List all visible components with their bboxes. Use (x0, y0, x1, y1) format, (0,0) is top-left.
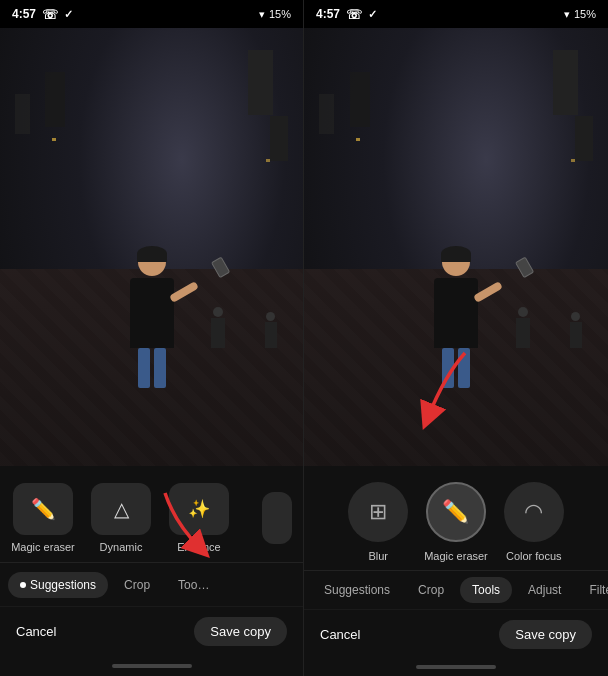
tool-partial[interactable] (242, 492, 303, 544)
left-save-button[interactable]: Save copy (194, 617, 287, 646)
left-phone-panel: 4:57 ☏ ✓ ▾ 15% (0, 0, 304, 676)
r-bg-person-1 (514, 307, 532, 357)
right-tools-scroll: ⊞ Blur ✏️ Magic eraser ◠ Color focus (304, 466, 608, 570)
left-time: 4:57 (12, 7, 36, 21)
r-light-2 (571, 159, 575, 162)
r-building-3 (553, 50, 578, 115)
r-building-2 (350, 72, 370, 127)
magic-eraser-label-right: Magic eraser (424, 550, 488, 562)
light-1 (52, 138, 56, 141)
building-3 (248, 50, 273, 115)
right-wifi-icon: ▾ (564, 8, 570, 21)
right-bottom-bar: Cancel Save copy (304, 609, 608, 659)
right-whatsapp-icon: ☏ (346, 7, 362, 22)
partial-icon-box (262, 492, 292, 544)
left-wifi-icon: ▾ (259, 8, 265, 21)
left-photo-scene (0, 28, 303, 466)
r-bg-body-2 (570, 322, 582, 348)
tab-tools-right[interactable]: Tools (460, 577, 512, 603)
r-bg-body-1 (516, 318, 530, 348)
r-right-leg (458, 348, 470, 388)
r-light-1 (356, 138, 360, 141)
right-home-bar (416, 665, 496, 669)
tool-magic-eraser-right[interactable]: ✏️ Magic eraser (424, 482, 488, 562)
right-photo-scene (304, 28, 608, 466)
left-status-right: ▾ 15% (259, 8, 291, 21)
tab-tools-partial-left[interactable]: Too… (166, 572, 221, 598)
dynamic-icon: △ (114, 497, 129, 521)
color-focus-icon-circle: ◠ (504, 482, 564, 542)
left-photo-area (0, 28, 303, 466)
right-status-right: ▾ 15% (564, 8, 596, 21)
tab-suggestions-left[interactable]: Suggestions (8, 572, 108, 598)
tool-color-focus[interactable]: ◠ Color focus (504, 482, 564, 562)
magic-eraser-icon: ✏️ (31, 497, 56, 521)
tools-partial-label-left: Too… (178, 578, 209, 592)
bg-body-2 (265, 322, 277, 348)
blur-icon: ⊞ (369, 499, 387, 525)
adjust-label-right: Adjust (528, 583, 561, 597)
tab-crop-left[interactable]: Crop (112, 572, 162, 598)
tool-magic-eraser[interactable]: ✏️ Magic eraser (8, 483, 78, 553)
bg-person-2 (263, 312, 279, 357)
bg-head-2 (266, 312, 275, 321)
person-head (138, 248, 166, 276)
r-bg-head-1 (518, 307, 528, 317)
person-hair (137, 246, 167, 262)
tool-blur[interactable]: ⊞ Blur (348, 482, 408, 562)
left-status-left: 4:57 ☏ ✓ (12, 7, 73, 22)
right-person-body (434, 278, 478, 348)
tools-label-right: Tools (472, 583, 500, 597)
magic-eraser-icon-circle: ✏️ (426, 482, 486, 542)
crop-label-left: Crop (124, 578, 150, 592)
right-phone-panel: 4:57 ☏ ✓ ▾ 15% (304, 0, 608, 676)
right-person-head (442, 248, 470, 276)
right-save-button[interactable]: Save copy (499, 620, 592, 649)
left-whatsapp-icon: ☏ (42, 7, 58, 22)
magic-eraser-label: Magic eraser (11, 541, 75, 553)
tab-adjust-right[interactable]: Adjust (516, 577, 573, 603)
building-1 (15, 94, 30, 134)
suggestions-label-left: Suggestions (30, 578, 96, 592)
tab-suggestions-right[interactable]: Suggestions (312, 577, 402, 603)
left-cancel-button[interactable]: Cancel (16, 624, 56, 639)
right-battery-icon: 15% (574, 8, 596, 20)
right-tools-area: ⊞ Blur ✏️ Magic eraser ◠ Color focus (304, 466, 608, 676)
right-time: 4:57 (316, 7, 340, 21)
r-bg-person-2 (568, 312, 584, 357)
tool-dynamic[interactable]: △ Dynamic (86, 483, 156, 553)
left-tools-area: ✏️ Magic eraser △ Dynamic ✨ Enhance (0, 466, 303, 676)
blur-label: Blur (368, 550, 388, 562)
enhance-icon: ✨ (188, 498, 210, 520)
tool-enhance[interactable]: ✨ Enhance (164, 483, 234, 553)
left-bottom-bar: Cancel Save copy (0, 606, 303, 656)
magic-eraser-icon-right: ✏️ (442, 499, 469, 525)
magic-eraser-icon-box: ✏️ (13, 483, 73, 535)
person-figure (117, 248, 187, 378)
blur-icon-circle: ⊞ (348, 482, 408, 542)
person-body (130, 278, 174, 348)
bg-head-1 (213, 307, 223, 317)
right-status-left: 4:57 ☏ ✓ (316, 7, 377, 22)
right-cancel-button[interactable]: Cancel (320, 627, 360, 642)
filters-label-right: Filters (589, 583, 608, 597)
right-person-figure (421, 248, 491, 378)
bg-body-1 (211, 318, 225, 348)
suggestions-dot (20, 582, 26, 588)
right-photo-area (304, 28, 608, 466)
left-check-icon: ✓ (64, 8, 73, 21)
right-leg (154, 348, 166, 388)
enhance-icon-box: ✨ (169, 483, 229, 535)
right-check-icon: ✓ (368, 8, 377, 21)
right-home-indicator (304, 659, 608, 676)
left-home-indicator (0, 656, 303, 676)
building-2 (45, 72, 65, 127)
left-home-bar (112, 664, 192, 668)
dynamic-label: Dynamic (100, 541, 143, 553)
r-building-4 (575, 116, 593, 161)
tab-crop-right[interactable]: Crop (406, 577, 456, 603)
tab-filters-right[interactable]: Filters (577, 577, 608, 603)
r-left-leg (442, 348, 454, 388)
color-focus-icon: ◠ (524, 499, 543, 525)
color-focus-label: Color focus (506, 550, 562, 562)
